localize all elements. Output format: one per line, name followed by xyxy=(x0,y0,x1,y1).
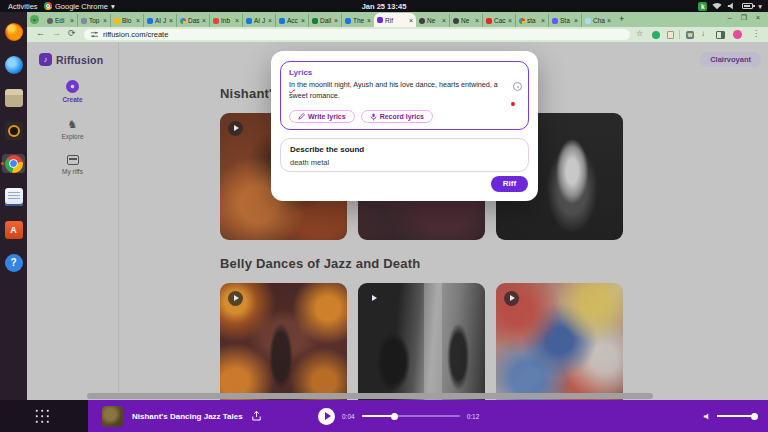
lyrics-textarea[interactable]: In the moonlit night, Ayush and his love… xyxy=(289,80,501,102)
riff-tile-noir-musician[interactable] xyxy=(358,283,485,400)
forward-button[interactable]: → xyxy=(52,28,61,38)
tab-close-icon[interactable]: × xyxy=(574,17,578,24)
dock-item-files[interactable] xyxy=(2,88,25,107)
extension-overlay-icon[interactable] xyxy=(513,82,522,91)
tile-play-icon[interactable] xyxy=(504,291,519,306)
minimize-button[interactable]: – xyxy=(728,14,732,22)
maximize-button[interactable]: ❐ xyxy=(741,14,747,22)
sidebar-item-explore[interactable]: ♞ Explore xyxy=(27,118,118,140)
tab-close-icon[interactable]: × xyxy=(475,17,479,24)
speaker-icon[interactable] xyxy=(703,412,712,421)
sidebar-item-create[interactable]: Create xyxy=(27,80,118,103)
tab-close-icon[interactable]: × xyxy=(103,17,107,24)
extension-icon-clipboard[interactable] xyxy=(667,31,674,39)
profile-avatar[interactable] xyxy=(733,30,742,39)
downloads-icon[interactable]: ↓ xyxy=(701,29,705,38)
tab-favicon-calendar xyxy=(279,18,285,24)
side-panel-icon[interactable] xyxy=(716,31,725,39)
address-bar[interactable]: riffusion.com/create xyxy=(84,29,630,40)
reload-button[interactable]: ⟳ xyxy=(68,28,76,38)
share-icon[interactable] xyxy=(252,411,261,421)
clairvoyant-button[interactable]: Clairvoyant xyxy=(700,52,761,67)
browser-menu-icon[interactable]: ⋮ xyxy=(752,29,760,38)
tab-close-icon[interactable]: × xyxy=(136,17,140,24)
show-applications-icon[interactable] xyxy=(34,408,50,424)
tile-play-icon[interactable] xyxy=(228,121,243,136)
dock-item-help[interactable]: ? xyxy=(2,253,25,272)
browser-tab-dail[interactable]: Dail× xyxy=(308,14,341,27)
dock-item-libreoffice-writer[interactable] xyxy=(2,187,25,206)
volume-slider[interactable] xyxy=(717,415,757,417)
extension-icon-w[interactable]: W xyxy=(686,31,694,39)
seek-knob[interactable] xyxy=(391,413,398,420)
volume-knob[interactable] xyxy=(751,413,758,420)
describe-sound-input[interactable]: death metal xyxy=(290,158,519,167)
tab-close-icon[interactable]: × xyxy=(70,17,74,24)
browser-tab-rif[interactable]: Rif× xyxy=(374,13,416,27)
tab-close-icon[interactable]: × xyxy=(268,17,272,24)
tab-close-icon[interactable]: × xyxy=(409,17,413,24)
browser-tab-cac[interactable]: Cac× xyxy=(482,14,515,27)
system-tray[interactable]: k ▾ xyxy=(698,2,762,11)
tab-close-icon[interactable]: × xyxy=(235,17,239,24)
clock[interactable]: Jan 25 13:45 xyxy=(0,2,768,11)
close-button[interactable]: × xyxy=(756,14,760,22)
tab-close-icon[interactable]: × xyxy=(169,17,173,24)
sidebar-item-my-riffs[interactable]: My riffs xyxy=(27,155,118,175)
riff-tile-colorful-sax-player[interactable] xyxy=(496,283,623,400)
tab-close-icon[interactable]: × xyxy=(607,17,611,24)
section-title-2: Belly Dances of Jazz and Death xyxy=(220,256,420,271)
browser-tab-top[interactable]: Top× xyxy=(77,14,110,27)
riff-button[interactable]: Riff xyxy=(491,176,528,192)
new-tab-button[interactable]: + xyxy=(619,14,624,24)
write-lyrics-label: Write lyrics xyxy=(308,113,346,120)
browser-tab-cha[interactable]: Cha× xyxy=(581,14,614,27)
browser-tab-sta[interactable]: sta× xyxy=(515,14,548,27)
browser-tab-blo[interactable]: Blo× xyxy=(110,14,143,27)
tab-title: Dail xyxy=(320,17,332,24)
track-thumbnail[interactable] xyxy=(102,406,123,427)
tab-close-icon[interactable]: × xyxy=(301,17,305,24)
browser-tab-sta[interactable]: Sta× xyxy=(548,14,581,27)
record-lyrics-button[interactable]: Record lyrics xyxy=(361,110,433,123)
browser-tab-ne[interactable]: Ne× xyxy=(449,14,482,27)
dock-item-thunderbird[interactable] xyxy=(2,55,25,74)
tab-title: Edi xyxy=(55,17,68,24)
write-lyrics-button[interactable]: Write lyrics xyxy=(289,110,355,123)
riffusion-brand[interactable]: Riffusion xyxy=(56,54,103,66)
browser-tab-acc[interactable]: Acc× xyxy=(275,14,308,27)
browser-tab-the[interactable]: The× xyxy=(341,14,374,27)
browser-tab-ai-j[interactable]: AI J× xyxy=(242,14,275,27)
browser-tab-inb[interactable]: Inb× xyxy=(209,14,242,27)
tab-close-icon[interactable]: × xyxy=(367,17,371,24)
seek-bar[interactable] xyxy=(362,415,460,417)
riff-tile-fire-dancer[interactable] xyxy=(220,283,347,400)
browser-tab-das[interactable]: Das× xyxy=(176,14,209,27)
play-button[interactable] xyxy=(318,408,335,425)
lyrics-box[interactable]: Lyrics In the moonlit night, Ayush and h… xyxy=(280,61,529,130)
riffusion-logo-icon[interactable]: ♪ xyxy=(39,53,52,66)
extension-icon-green[interactable] xyxy=(652,31,660,39)
show-applications-area xyxy=(0,400,88,432)
tab-close-icon[interactable]: × xyxy=(508,17,512,24)
describe-sound-box[interactable]: Describe the sound death metal xyxy=(280,138,529,172)
dock-item-rhythmbox[interactable] xyxy=(2,121,25,140)
tile-play-icon[interactable] xyxy=(228,291,243,306)
tab-close-icon[interactable]: × xyxy=(202,17,206,24)
tab-close-icon[interactable]: × xyxy=(541,17,545,24)
dock-item-firefox[interactable] xyxy=(2,22,25,41)
tile-play-icon[interactable] xyxy=(366,291,381,306)
tab-close-icon[interactable]: × xyxy=(334,17,338,24)
tab-favicon-riffusion xyxy=(377,17,383,23)
site-settings-icon[interactable] xyxy=(91,31,98,38)
back-button[interactable]: ← xyxy=(36,28,45,38)
dock-item-chrome[interactable] xyxy=(2,154,25,173)
browser-tab-ai-j[interactable]: AI J× xyxy=(143,14,176,27)
browser-tab-edi[interactable]: Edi× xyxy=(44,14,77,27)
horizontal-scrollbar[interactable] xyxy=(87,393,653,399)
bookmark-star-icon[interactable]: ☆ xyxy=(636,29,643,38)
tab-close-icon[interactable]: × xyxy=(442,17,446,24)
tab-search-chevron-icon[interactable]: ⌄ xyxy=(30,15,39,24)
dock-item-ubuntu-software[interactable]: A xyxy=(2,220,25,239)
browser-tab-ne[interactable]: Ne× xyxy=(416,14,449,27)
